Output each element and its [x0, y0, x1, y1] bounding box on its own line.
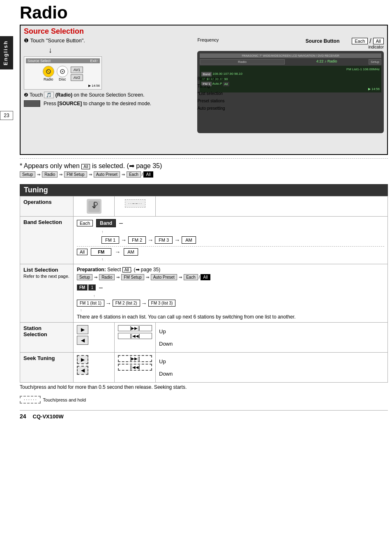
fm1-btn[interactable]: FM 1 [101, 236, 119, 244]
disc-icon-item: Disc [57, 66, 68, 81]
footer-row: · · · · · · Touch/press and hold [20, 396, 388, 404]
seek-forward-btn[interactable]: ▶ [77, 355, 88, 364]
device-radio-btn[interactable]: Radio [200, 59, 284, 65]
av2-btn[interactable]: AV2 [71, 74, 83, 81]
station-back-btn[interactable]: ◀ [77, 336, 88, 345]
list-bc-radio[interactable]: Radio [99, 274, 115, 280]
list-bc-setup[interactable]: Setup [77, 274, 92, 280]
bc-arrow2: ⇒ [59, 172, 62, 177]
list-flow-hint: ↑ [93, 294, 384, 298]
press-source-row: Press [SOURCE] to change to the desired … [24, 100, 193, 107]
list-arrow2: → [141, 300, 147, 307]
fm3-list3-btn[interactable]: FM 3 (list 3) [148, 300, 176, 307]
band-button[interactable]: Band [96, 219, 116, 227]
source-button-label: Source Button [306, 38, 340, 44]
seek-nav-col: [▶▶|] [|◀◀] [118, 355, 152, 371]
disc-icon [57, 66, 68, 77]
source-right-diagram: Frequency Source Button Each / All indic… [197, 37, 384, 152]
bc-arrow4: ⇒ [122, 172, 125, 177]
station-ops2: [▶▶|] [|◀◀] [115, 323, 156, 353]
seek-updown: Up Down [156, 353, 388, 383]
am-btn-each[interactable]: AM [182, 236, 196, 244]
each-button[interactable]: Each [352, 38, 368, 44]
list-bc-all[interactable]: All [201, 274, 210, 280]
all-indicator: All [223, 82, 229, 86]
station-ops1: ▶ ◀ [74, 323, 115, 353]
operations-content [156, 196, 388, 217]
bc-arrow3: ⇒ [89, 172, 92, 177]
bc-each-all: Each / All [127, 171, 153, 178]
seek-ops1: ▶ ◀ [74, 353, 115, 383]
station-selection-label: StationSelection [20, 323, 74, 353]
all-flow-arrow: → [115, 249, 120, 255]
bc-fmsetup[interactable]: FM Setup [64, 171, 87, 178]
station-down-label: Down [159, 341, 384, 347]
svg-point-3 [62, 71, 63, 72]
asterisk-text2: is selected. (➡ page 35) [92, 162, 162, 169]
seek-ops2: [▶▶|] [|◀◀] [115, 353, 156, 383]
band-each-btn[interactable]: Each [77, 220, 93, 226]
source-selection-section: Source Selection ❶ Touch "Source Button"… [20, 25, 388, 155]
band-all-btn[interactable]: All [77, 249, 88, 255]
table-row-operations: Operations · · – [20, 196, 388, 217]
seek-note: Touch/press and hold for more than 0.5 s… [20, 383, 388, 392]
auto-label: Auto.P [212, 82, 222, 86]
operations-label: Operations [20, 196, 74, 217]
av1-btn[interactable]: AV1 [71, 67, 83, 73]
band-display: Band [201, 72, 212, 76]
fm3-btn[interactable]: FM 3 [155, 236, 173, 244]
station-btn-col1: ▶ ◀ [77, 325, 111, 345]
device-setup-btn[interactable]: Setup [369, 59, 381, 65]
seek-fwd-nav: [▶▶|] [118, 355, 152, 362]
fm-all-btn[interactable]: FM [91, 248, 111, 256]
freq1: 108.00 [212, 72, 222, 76]
radio-icon [43, 66, 54, 77]
step1-text: ❶ Touch "Source Button". [24, 37, 193, 44]
list-bc-autopreset[interactable]: Auto Preset [151, 274, 177, 280]
fm-list-display: FM List1-1 108.00MHz [201, 67, 380, 71]
seek-down-label: Down [159, 371, 384, 377]
station-back-nav: [|◀◀] [118, 333, 152, 339]
list-selection-content: Preparation: Select All. (➡ page 35) Set… [74, 264, 388, 323]
bc-all[interactable]: All [143, 171, 153, 178]
radio-label: Radio [44, 77, 53, 81]
list-breadcrumb: Setup ⇒ Radio ⇒ FM Setup ⇒ Auto Preset ⇒… [77, 274, 384, 280]
list-selection-label-cell: List Selection Refer to the next page. [20, 264, 74, 323]
am-btn-all[interactable]: AM [124, 248, 138, 256]
arrow3: → [174, 237, 180, 243]
bc-setup[interactable]: Setup [20, 171, 35, 178]
list-bc-each-all: Each / All [184, 274, 210, 280]
seek-tuning-label: Seek Tuning [20, 353, 74, 383]
bc-autopreset[interactable]: Auto Preset [94, 171, 120, 178]
band-selection-content: Each Band – ↑ FM 1 → FM 2 → FM 3 → A [74, 217, 388, 264]
bc-arrow1: ⇒ [37, 172, 40, 177]
num-tag: 1 [88, 284, 96, 291]
station-updown: Up Down [156, 323, 388, 353]
list-bc-each[interactable]: Each [184, 274, 198, 280]
band-flow-each: ↑ [77, 230, 384, 234]
list-bc-fmsetup[interactable]: FM Setup [121, 274, 144, 280]
bc-each[interactable]: Each [127, 171, 141, 178]
step2-prefix: ❷ Touch [24, 92, 44, 98]
source-select-screen: Source Select Exit↑ Radio [24, 56, 102, 90]
freq3: 98.10 [234, 72, 242, 76]
list-arrow1: → [106, 300, 111, 307]
arrow2: → [148, 237, 153, 243]
radio-icon-item: Radio [43, 66, 54, 81]
bc-radio[interactable]: Radio [42, 171, 58, 178]
list-flow-row: FM 1 (list 1) → FM 2 (list 2) → FM 3 (li… [77, 300, 384, 307]
disc-label: Disc [59, 77, 66, 81]
fm2-btn[interactable]: FM 2 [128, 236, 146, 244]
band-dash: – [119, 219, 123, 227]
all-button[interactable]: All [373, 38, 384, 44]
indicator-label: indicator [368, 45, 384, 49]
seek-back-btn[interactable]: ◀ [77, 366, 88, 375]
station-forward-btn[interactable]: ▶ [77, 325, 88, 334]
table-row-band-selection: Band Selection Each Band – ↑ FM 1 → FM 2 [20, 217, 388, 264]
source-section-title: Source Selection [24, 27, 384, 36]
device-freq-display: 4:22 ♪ Radio [286, 59, 367, 65]
page-number-bottom: 24 [20, 413, 26, 420]
list-selection-sublabel: Refer to the next page. [23, 274, 69, 279]
fm2-list2-btn[interactable]: FM 2 (list 2) [113, 300, 140, 307]
fm1-list1-btn[interactable]: FM 1 (list 1) [77, 300, 104, 307]
